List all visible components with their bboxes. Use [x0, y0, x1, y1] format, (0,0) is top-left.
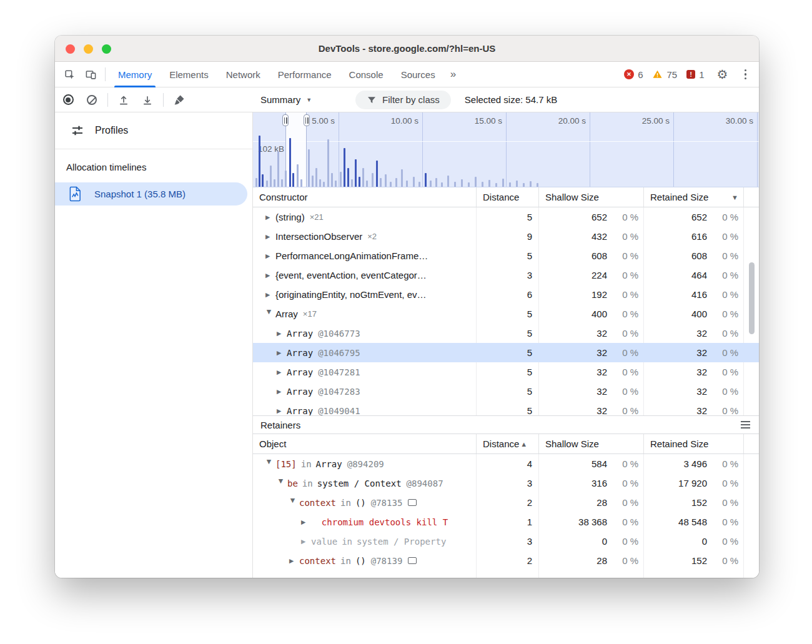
save-profile-button[interactable]: [136, 90, 159, 110]
size-value: 32: [643, 386, 707, 397]
vertical-scrollbar-thumb[interactable]: [749, 262, 755, 334]
tab-strip: MemoryElementsNetworkPerformanceConsoleS…: [109, 62, 444, 87]
perspective-select[interactable]: Summary ▼: [260, 94, 312, 105]
expand-arrow[interactable]: ▶: [277, 388, 287, 395]
retainers-title: Retainers: [260, 420, 300, 430]
in-keyword: in: [302, 478, 313, 488]
column-header-distance[interactable]: Distance ▲: [476, 434, 538, 453]
constructor-row[interactable]: ▶{event, eventAction, eventCategor…32240…: [253, 265, 759, 285]
cell-distance: 5: [476, 347, 538, 358]
expand-arrow[interactable]: ▶: [265, 291, 275, 298]
selection-right-handle[interactable]: [304, 114, 310, 126]
reveal-frame-icon[interactable]: [408, 557, 417, 564]
selection-left-handle[interactable]: [282, 114, 289, 126]
column-header-shallow-size[interactable]: Shallow Size: [538, 434, 643, 453]
more-tabs-button[interactable]: »: [444, 68, 462, 81]
error-badge[interactable]: ✕ 6: [624, 69, 643, 80]
constructor-row[interactable]: ▶IntersectionObserver×294320 %6160 %: [253, 227, 759, 246]
constructor-row[interactable]: ▶PerformanceLongAnimationFrame…56080 %60…: [253, 246, 759, 265]
retainers-menu-button[interactable]: [740, 419, 751, 430]
constructor-row[interactable]: ▶Array@10472815320 %320 %: [253, 362, 759, 382]
minimize-window-button[interactable]: [84, 44, 93, 54]
expand-arrow[interactable]: ▶: [265, 272, 275, 279]
tab-elements[interactable]: Elements: [161, 62, 217, 87]
size-value: 416: [643, 289, 707, 300]
expand-arrow[interactable]: ▶: [301, 518, 311, 525]
tab-network[interactable]: Network: [217, 62, 269, 87]
column-header-retained-size[interactable]: Retained Size ▼: [643, 187, 743, 207]
expand-arrow[interactable]: ▶: [277, 330, 287, 337]
sidebar-item-snapshot-1[interactable]: Snapshot 1 (35.8 MB): [55, 182, 247, 206]
constructor-row[interactable]: ▶Array×1754000 %4000 %: [253, 304, 759, 324]
retainer-row[interactable]: ▶beinsystem / Context@89408733160 %17 92…: [253, 473, 759, 493]
device-toolbar-button[interactable]: [80, 64, 101, 84]
collapse-arrow[interactable]: ▶: [266, 460, 273, 468]
brush-icon: [173, 94, 186, 106]
main-menu-button[interactable]: [741, 67, 751, 82]
allocation-bar: [495, 183, 497, 187]
size-value: 32: [538, 367, 607, 377]
size-value: 32: [643, 328, 707, 339]
settings-button[interactable]: ⚙: [714, 64, 731, 84]
tab-memory[interactable]: Memory: [109, 62, 161, 87]
retainer-row[interactable]: ▶contextin()@781352280 %1520 %: [253, 493, 759, 512]
size-value: 0: [538, 536, 607, 547]
warning-badge[interactable]: 75: [652, 69, 677, 80]
zoom-window-button[interactable]: [102, 44, 111, 54]
constructor-row[interactable]: ▶{originatingEntity, noGtmEvent, ev…6192…: [253, 285, 759, 304]
cell-ret-size: 6520 %: [643, 212, 743, 222]
constructor-row[interactable]: ▶Array@10467735320 %320 %: [253, 324, 759, 343]
cell-distance: 3: [476, 478, 538, 488]
expand-arrow[interactable]: ▶: [265, 252, 275, 259]
column-header-object[interactable]: Object: [253, 434, 476, 453]
size-percent: 0 %: [607, 536, 638, 547]
constructor-name: Array: [275, 309, 298, 319]
column-header-distance[interactable]: Distance: [476, 187, 538, 207]
size-percent: 0 %: [607, 270, 638, 280]
collapse-arrow[interactable]: ▶: [278, 479, 285, 488]
record-heap-button[interactable]: [56, 90, 80, 110]
constructor-row[interactable]: ▶(string)×2156520 %6520 %: [253, 207, 759, 227]
allocation-bar: [262, 174, 264, 187]
tab-console[interactable]: Console: [340, 62, 392, 87]
retainers-grid-header: Object Distance ▲ Shallow Size Retained …: [253, 434, 759, 454]
delete-profile-button[interactable]: [167, 90, 191, 110]
retainer-row[interactable]: ▶contextin()@781392280 %1520 %: [253, 551, 759, 570]
load-profile-button[interactable]: [112, 90, 136, 110]
clear-profiles-button[interactable]: [80, 90, 104, 110]
expand-arrow[interactable]: ▶: [265, 214, 275, 220]
inspect-element-button[interactable]: [59, 64, 80, 84]
constructor-row[interactable]: ▶Array@10490415320 %320 %: [253, 401, 759, 415]
tab-performance[interactable]: Performance: [269, 62, 340, 87]
allocation-bar: [523, 183, 525, 187]
expand-arrow[interactable]: ▶: [301, 538, 311, 545]
expand-arrow[interactable]: ▶: [277, 407, 287, 414]
timeline[interactable]: 5.00 s10.00 s15.00 s20.00 s25.00 s30.00 …: [253, 112, 759, 187]
size-percent: 0 %: [707, 367, 738, 377]
retainer-row[interactable]: ▶valueinsystem / Property300 %00 %: [253, 532, 759, 551]
column-header-constructor[interactable]: Constructor: [253, 187, 476, 207]
expand-arrow[interactable]: ▶: [289, 557, 299, 564]
close-window-button[interactable]: [66, 44, 75, 54]
constructor-row[interactable]: ▶Array@10472835320 %320 %: [253, 382, 759, 401]
allocation-bar: [366, 181, 368, 187]
retainer-row[interactable]: ▶[15]inArray@89420945840 %3 4960 %: [253, 454, 759, 473]
expand-arrow[interactable]: ▶: [277, 349, 287, 356]
tune-icon: [70, 123, 85, 138]
tab-sources[interactable]: Sources: [392, 62, 444, 87]
collapse-arrow[interactable]: ▶: [266, 310, 273, 319]
expand-arrow[interactable]: ▶: [265, 233, 275, 240]
size-percent: 0 %: [707, 328, 738, 339]
reveal-frame-icon[interactable]: [408, 499, 417, 506]
size-percent: 0 %: [707, 405, 738, 415]
constructor-row[interactable]: ▶Array@10467955320 %320 %: [253, 343, 759, 362]
allocation-bar: [516, 181, 518, 187]
column-header-retained-size[interactable]: Retained Size: [643, 434, 743, 453]
column-header-shallow-size[interactable]: Shallow Size: [538, 187, 643, 207]
column-header-gutter: [743, 187, 759, 207]
class-filter-input[interactable]: Filter by class: [355, 91, 451, 109]
expand-arrow[interactable]: ▶: [277, 369, 287, 375]
issues-badge[interactable]: ! 1: [686, 69, 704, 80]
collapse-arrow[interactable]: ▶: [290, 498, 297, 507]
retainer-row[interactable]: ▶__chromium_devtools_kill_T138 3680 %48 …: [253, 512, 759, 532]
